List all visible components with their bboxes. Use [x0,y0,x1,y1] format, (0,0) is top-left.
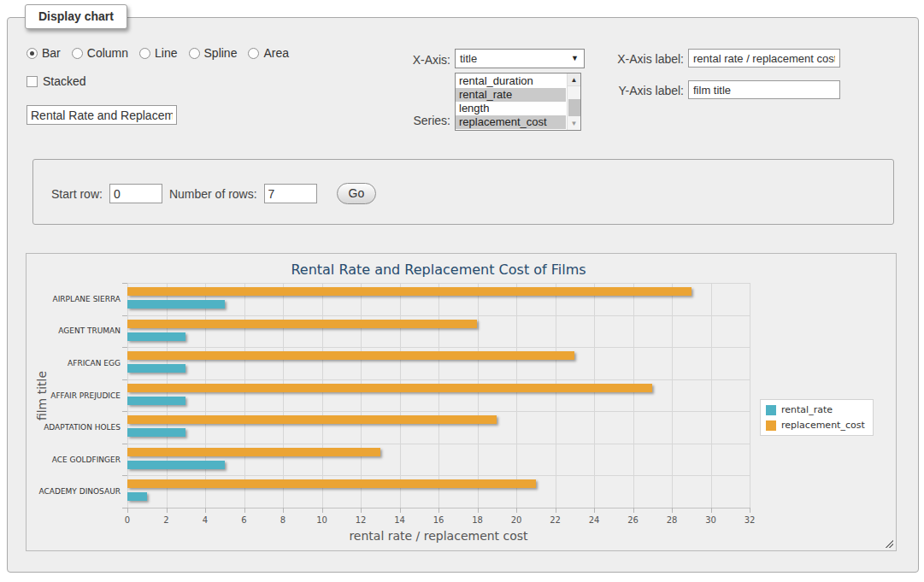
bar-rental_rate[interactable] [127,332,185,341]
category-label: AFRICAN EGG [26,359,121,367]
gridline [478,283,479,508]
legend-item-rental_rate[interactable]: rental_rate [766,404,865,415]
x-axis-label-label: X-Axis label: [589,52,684,66]
chart-title-input[interactable] [26,105,177,125]
x-axis-select-value: title [460,52,477,65]
gridline [127,283,128,508]
x-tick-label: 10 [316,515,327,525]
chart-container: Rental Rate and Replacement Cost of Film… [26,253,897,551]
y-axis-label-input[interactable] [688,80,840,99]
chart-type-radio-area[interactable]: Area [248,46,289,60]
chart-type-group: BarColumnLineSplineArea [26,46,289,60]
x-tick-label: 22 [550,515,561,525]
num-rows-input[interactable] [264,184,317,203]
x-tick-label: 32 [744,515,756,525]
category-label: ADAPTATION HOLES [26,423,121,432]
chart-title: Rental Rate and Replacement Cost of Film… [127,262,750,278]
gridline [672,283,673,508]
x-tick-mark [750,508,750,513]
bar-rental_rate[interactable] [127,300,225,309]
category-label: AGENT TRUMAN [26,326,121,335]
scroll-up-icon[interactable]: ▲ [568,73,580,86]
stacked-label: Stacked [43,74,86,88]
panel-legend: Display chart [25,4,127,29]
gridline [244,283,245,508]
gridline [127,444,750,444]
series-scrollbar[interactable]: ▲ ▼ [567,73,580,130]
x-tick-label: 0 [125,515,130,525]
chart-type-radio-spline[interactable]: Spline [189,46,238,60]
x-tick-mark [672,508,673,513]
gridline [594,283,595,508]
category-label: AIRPLANE SIERRA [26,295,121,303]
x-tick-mark [594,508,595,513]
gridline [167,283,168,508]
x-tick-mark [244,508,245,513]
y-tick-mark [122,379,127,380]
bar-rental_rate[interactable] [127,461,225,469]
gridline [516,283,517,508]
bar-replacement_cost[interactable] [127,384,652,392]
gridline [400,283,401,508]
gridline [556,283,556,508]
x-tick-mark [556,508,556,513]
gridline [283,283,284,508]
chart-type-radio-line[interactable]: Line [139,46,177,60]
x-tick-label: 28 [667,515,678,525]
series-option-replacement_cost[interactable]: replacement_cost [456,115,566,129]
radio-icon [248,48,259,59]
display-chart-panel: Display chart BarColumnLineSplineArea St… [7,17,919,573]
x-tick-label: 30 [705,515,716,525]
x-tick-mark [438,508,439,513]
gridline [127,347,750,348]
category-label: ACE GOLDFINGER [26,456,121,464]
radio-icon [72,48,83,59]
y-tick-mark [122,444,127,444]
series-option-length[interactable]: length [456,102,566,115]
bar-replacement_cost[interactable] [127,415,497,424]
stacked-checkbox-row[interactable]: Stacked [26,74,86,88]
bar-replacement_cost[interactable] [127,320,477,328]
stacked-checkbox[interactable] [26,76,38,87]
category-labels: AIRPLANE SIERRAAGENT TRUMANAFRICAN EGGAF… [26,283,121,508]
bar-replacement_cost[interactable] [127,448,380,456]
chart-type-radio-bar[interactable]: Bar [26,46,61,60]
bar-rental_rate[interactable] [127,492,147,501]
num-rows-label: Number of rows: [169,187,257,201]
radio-icon [26,48,38,59]
x-axis-select[interactable]: title ▼ [455,49,585,68]
chart-type-label: Column [87,46,128,60]
y-tick-mark [122,475,127,476]
series-option-rental_duration[interactable]: rental_duration [456,74,566,88]
x-tick-mark [633,508,634,513]
bar-rental_rate[interactable] [127,397,185,405]
chart-type-radio-column[interactable]: Column [72,46,128,60]
start-row-input[interactable] [109,184,162,203]
gridline [127,379,750,380]
series-multiselect[interactable]: rental_durationrental_ratelengthreplacem… [455,73,581,131]
series-option-rental_rate[interactable]: rental_rate [456,88,566,102]
y-tick-mark [122,283,127,284]
gridline [322,283,323,508]
bar-replacement_cost[interactable] [127,287,692,296]
x-axis-label-input[interactable] [688,49,840,68]
scroll-down-icon[interactable]: ▼ [568,119,580,129]
y-tick-mark [122,315,127,316]
scrollbar-thumb[interactable] [568,99,580,116]
bar-rental_rate[interactable] [127,428,185,437]
gridline [127,411,750,412]
plot-area [127,283,750,508]
radio-icon [189,48,200,59]
chart-type-label: Area [263,46,289,60]
bar-replacement_cost[interactable] [127,479,536,488]
category-label: AFFAIR PREJUDICE [26,391,121,400]
legend-item-replacement_cost[interactable]: replacement_cost [766,420,865,431]
bar-rental_rate[interactable] [127,364,185,373]
gridline [750,283,750,508]
resize-handle-icon[interactable] [884,538,893,548]
chart-type-label: Spline [204,46,238,60]
go-button[interactable]: Go [337,183,377,204]
bar-replacement_cost[interactable] [127,351,574,360]
chart-type-label: Bar [42,46,61,60]
x-tick-mark [361,508,362,513]
